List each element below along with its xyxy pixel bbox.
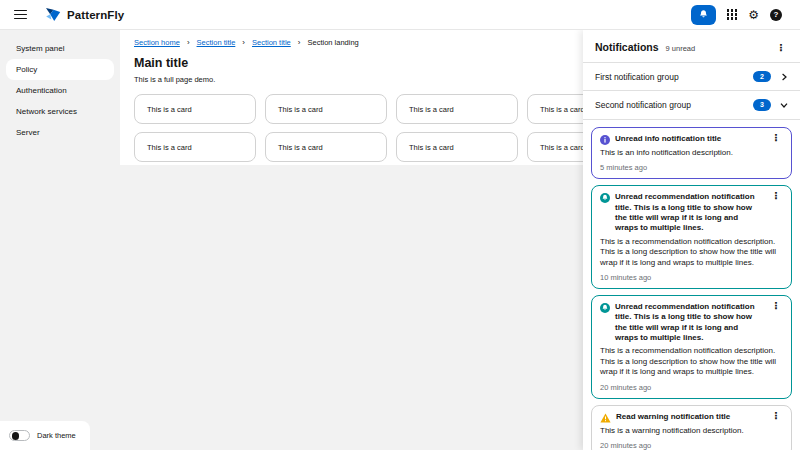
chevron-down-icon: [780, 101, 788, 109]
breadcrumb-link-section-title-1[interactable]: Section title: [197, 38, 236, 47]
drawer-kebab-button[interactable]: ⋮: [774, 44, 788, 52]
breadcrumb-separator-icon: ›: [242, 39, 245, 47]
card: This is a card: [396, 132, 518, 162]
bell-icon: [698, 9, 709, 20]
notification-timestamp: 10 minutes ago: [600, 273, 783, 282]
info-icon: [600, 135, 610, 145]
patternfly-logo-icon: [45, 7, 61, 23]
sidebar-item-system-panel[interactable]: System panel: [0, 38, 120, 59]
card: This is a card: [134, 94, 256, 124]
notification-title: Unread info notification title: [615, 134, 764, 144]
bell-icon: [600, 193, 610, 203]
hamburger-button[interactable]: [14, 10, 27, 20]
breadcrumb-separator-icon: ›: [187, 39, 190, 47]
card: This is a card: [265, 132, 387, 162]
question-icon: ?: [774, 10, 779, 19]
group-count-badge: 2: [753, 71, 771, 82]
notification-description: This is a warning notification descripti…: [600, 426, 783, 436]
group-label: Second notification group: [595, 100, 691, 110]
notification-card-warning-read[interactable]: Read warning notification title ⋮ This i…: [591, 405, 792, 450]
dark-theme-toggle[interactable]: [9, 430, 30, 441]
breadcrumb-separator-icon: ›: [298, 39, 301, 47]
notification-timestamp: 5 minutes ago: [600, 163, 783, 172]
settings-gear-button[interactable]: ⚙: [748, 9, 759, 21]
notification-card-info-unread[interactable]: Unread info notification title ⋮ This is…: [591, 127, 792, 179]
warning-triangle-icon: [600, 413, 611, 423]
breadcrumb-current-page: Section landing: [307, 38, 358, 47]
notification-description: This is an info notification description…: [600, 148, 783, 158]
card: This is a card: [265, 94, 387, 124]
breadcrumb-link-section-title-2[interactable]: Section title: [252, 38, 291, 47]
drawer-title: Notifications: [595, 41, 659, 53]
notification-timestamp: 20 minutes ago: [600, 441, 783, 450]
patternfly-app: PatternFly ⚙ ? System panel Policy Authe…: [0, 0, 800, 450]
group-count-badge: 3: [753, 99, 771, 110]
breadcrumb-link-section-home[interactable]: Section home: [134, 38, 180, 47]
sidebar-item-policy[interactable]: Policy: [6, 59, 114, 80]
notification-kebab-button[interactable]: ⋮: [769, 302, 783, 310]
notification-card-recommendation-unread[interactable]: Unread recommendation notification title…: [591, 295, 792, 399]
sidebar-item-network-services[interactable]: Network services: [0, 101, 120, 122]
notification-kebab-button[interactable]: ⋮: [769, 192, 783, 200]
brand-name: PatternFly: [67, 9, 124, 21]
dark-theme-label: Dark theme: [37, 431, 76, 440]
card: This is a card: [134, 132, 256, 162]
notification-title: Read warning notification title: [616, 412, 764, 422]
help-button[interactable]: ?: [770, 9, 782, 21]
app-launcher-button[interactable]: [727, 9, 738, 20]
notification-group-first[interactable]: First notification group 2: [583, 62, 800, 90]
bell-icon: [600, 303, 610, 313]
notification-title: Unread recommendation notification title…: [615, 192, 764, 234]
notification-timestamp: 20 minutes ago: [600, 383, 783, 392]
notification-list[interactable]: Unread info notification title ⋮ This is…: [583, 119, 800, 450]
notification-title: Unread recommendation notification title…: [615, 302, 764, 344]
unread-count: 9 unread: [666, 44, 696, 53]
notification-description: This is a recommendation notification de…: [600, 346, 783, 377]
masthead: PatternFly ⚙ ?: [0, 0, 800, 30]
sidebar-item-authentication[interactable]: Authentication: [0, 80, 120, 101]
sidebar-item-server[interactable]: Server: [0, 122, 120, 143]
notification-kebab-button[interactable]: ⋮: [769, 412, 783, 420]
group-label: First notification group: [595, 72, 679, 82]
dark-theme-panel: Dark theme: [0, 421, 90, 450]
notification-drawer: Notifications 9 unread ⋮ First notificat…: [583, 30, 800, 450]
chevron-right-icon: [780, 73, 788, 81]
drawer-header: Notifications 9 unread ⋮: [583, 30, 800, 62]
toggle-knob-icon: [12, 432, 20, 440]
brand-link[interactable]: PatternFly: [45, 7, 124, 23]
masthead-toolbar: ⚙ ?: [691, 5, 788, 25]
notification-kebab-button[interactable]: ⋮: [769, 134, 783, 142]
notification-card-recommendation-unread[interactable]: Unread recommendation notification title…: [591, 185, 792, 289]
sidebar-nav: System panel Policy Authentication Netwo…: [0, 30, 120, 450]
notification-description: This is a recommendation notification de…: [600, 237, 783, 268]
notification-group-second[interactable]: Second notification group 3: [583, 90, 800, 118]
notifications-bell-button[interactable]: [691, 5, 716, 25]
card: This is a card: [396, 94, 518, 124]
